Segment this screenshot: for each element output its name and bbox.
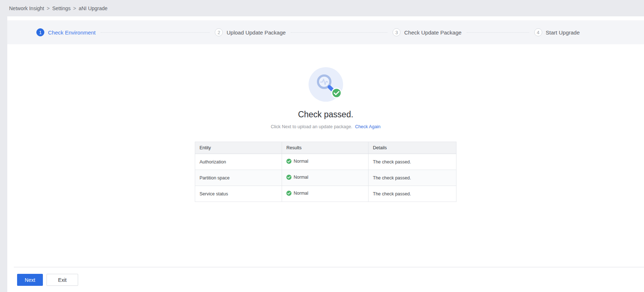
step-label: Check Environment (48, 29, 96, 36)
check-circle-icon (286, 191, 291, 196)
status-badge: Normal (286, 159, 308, 164)
check-result-section: Check passed. Click Next to upload an up… (7, 67, 644, 202)
step-check-update-package: 3Check Update Package (393, 28, 462, 36)
table-row: AuthorizationNormalThe check passed. (195, 154, 456, 170)
breadcrumb: Network Insight > Settings > aNI Upgrade (0, 0, 644, 16)
footer-divider (14, 267, 644, 267)
step-label: Upload Update Package (226, 29, 286, 36)
column-header-entity: Entity (195, 142, 282, 154)
check-results-table: Entity Results Details AuthorizationNorm… (195, 142, 456, 202)
step-number-badge: 1 (36, 28, 44, 36)
details-cell: The check passed. (369, 154, 456, 170)
status-text: Normal (294, 175, 308, 180)
breadcrumb-separator: > (73, 5, 76, 11)
breadcrumb-item-ani-upgrade: aNI Upgrade (79, 5, 107, 11)
status-text: Normal (294, 159, 308, 164)
check-circle-icon (286, 159, 291, 164)
details-cell: The check passed. (369, 170, 456, 186)
status-text: Normal (294, 191, 308, 196)
step-connector (467, 32, 529, 33)
results-cell: Normal (282, 170, 369, 186)
status-badge: Normal (286, 191, 308, 196)
column-header-details: Details (369, 142, 456, 154)
next-button[interactable]: Next (17, 274, 43, 286)
step-start-upgrade: 4Start Upgrade (534, 28, 580, 36)
step-number-badge: 2 (215, 28, 223, 36)
exit-button[interactable]: Exit (47, 274, 78, 286)
breadcrumb-separator: > (47, 5, 49, 11)
content-panel: 1Check Environment2Upload Update Package… (7, 16, 644, 292)
step-check-environment: 1Check Environment (36, 28, 96, 36)
step-number-badge: 3 (393, 28, 401, 36)
table-header-row: Entity Results Details (195, 142, 456, 154)
details-cell: The check passed. (369, 186, 456, 202)
entity-cell: Partition space (195, 170, 282, 186)
magnifier-check-icon (309, 67, 343, 102)
step-label: Start Upgrade (546, 29, 580, 36)
step-connector (101, 32, 210, 33)
result-hint: Click Next to upload an update package. (271, 124, 352, 129)
check-circle-icon (286, 175, 291, 180)
column-header-results: Results (282, 142, 369, 154)
result-title: Check passed. (7, 110, 644, 119)
step-label: Check Update Package (404, 29, 462, 36)
check-again-link[interactable]: Check Again (355, 124, 381, 129)
step-number-badge: 4 (534, 28, 542, 36)
table-row: Partition spaceNormalThe check passed. (195, 170, 456, 186)
results-cell: Normal (282, 154, 369, 170)
status-badge: Normal (286, 175, 308, 180)
entity-cell: Authorization (195, 154, 282, 170)
breadcrumb-item-network-insight[interactable]: Network Insight (9, 5, 44, 11)
table-row: Service statusNormalThe check passed. (195, 186, 456, 202)
results-cell: Normal (282, 186, 369, 202)
entity-cell: Service status (195, 186, 282, 202)
wizard-stepper: 1Check Environment2Upload Update Package… (7, 20, 644, 44)
step-upload-update-package: 2Upload Update Package (215, 28, 286, 36)
step-connector (291, 32, 387, 33)
breadcrumb-item-settings[interactable]: Settings (52, 5, 71, 11)
